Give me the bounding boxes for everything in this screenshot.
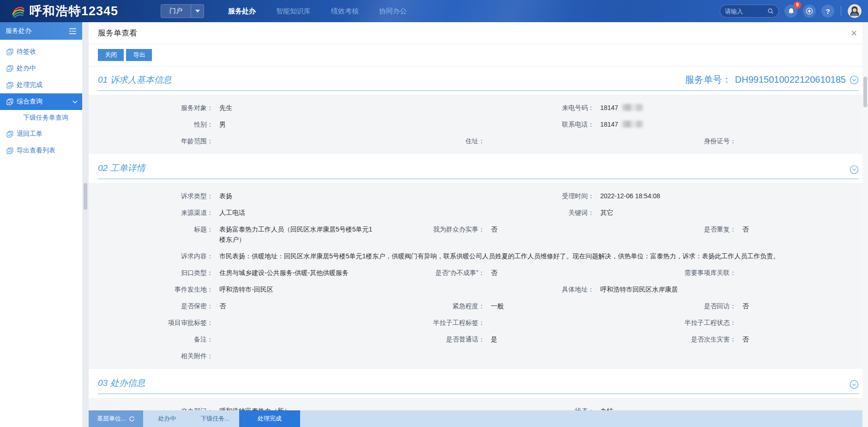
tab-in-progress[interactable]: 处办中 — [143, 410, 191, 427]
menu-fold-icon[interactable] — [69, 28, 77, 34]
field-label: 备注： — [89, 334, 213, 344]
panel-header: 服务单查看 × — [89, 22, 868, 44]
field-value: 呼和浩特市-回民区 — [213, 284, 273, 294]
global-search — [720, 5, 779, 18]
field-value: 市民表扬：供暖地址：回民区水岸康居5号楼5单元1楼东户，供暖阀门有异响，联系供暖… — [213, 251, 779, 261]
field-value: 否 — [736, 224, 749, 234]
field-label: 半拉子工程标签： — [381, 317, 485, 328]
main-panel: 服务单查看 × 关闭 导出 01 诉求人基本信息 服务单号： DH9915010… — [89, 22, 868, 427]
bell-icon — [788, 8, 795, 15]
export-button[interactable]: 导出 — [126, 49, 152, 61]
portal-dropdown[interactable]: 门户 — [161, 4, 204, 18]
field-label: 性别： — [89, 119, 213, 129]
topbar-right-cluster: 9 ? — [720, 4, 862, 18]
navigation-button[interactable] — [803, 5, 816, 18]
doc-copy-icon — [6, 49, 13, 55]
collapse-circle-chevron-icon[interactable] — [850, 75, 859, 85]
section-01-requester-info: 01 诉求人基本信息 服务单号： DH9915010022120610185 服… — [89, 67, 868, 154]
chevron-down-icon — [72, 100, 78, 104]
field-value: 否 — [213, 301, 226, 311]
app-window: 呼和浩特12345 门户 服务处办 智能知识库 绩效考核 协同办公 — [0, 0, 868, 427]
field-value: 否 — [736, 301, 749, 311]
main-scrollbar-track[interactable] — [862, 22, 868, 427]
field-value: 先生 — [213, 103, 232, 113]
doc-copy-icon — [6, 131, 13, 138]
collapse-circle-chevron-icon[interactable] — [850, 165, 859, 174]
field-row: 性别：男 联系电话：18147 — [89, 116, 868, 133]
portal-caret-button[interactable] — [191, 5, 204, 18]
topbar-divider — [841, 6, 841, 16]
search-icon[interactable] — [767, 8, 774, 14]
field-label: 来源渠道： — [89, 207, 213, 218]
tab-service-handling[interactable]: 服务处办 — [228, 7, 256, 16]
tab-collaboration[interactable]: 协同办公 — [379, 7, 407, 16]
field-label: 需要事项库关联： — [607, 268, 736, 278]
collapse-circle-chevron-icon[interactable] — [850, 380, 859, 389]
field-value: 人工电话 — [213, 207, 245, 218]
refresh-icon[interactable] — [129, 416, 135, 422]
field-value: 一般 — [485, 301, 504, 311]
doc-copy-icon — [6, 82, 13, 89]
sidebar-scrollbar-track[interactable] — [82, 22, 89, 427]
field-row: 来源渠道：人工电话 关键词：其它 — [89, 204, 868, 221]
doc-copy-icon — [6, 98, 13, 105]
field-row: 事件发生地：呼和浩特市-回民区 具体地址：呼和浩特市回民区水岸康居 — [89, 281, 868, 298]
user-avatar[interactable] — [848, 4, 862, 18]
sidebar-item-label: 处理完成 — [17, 81, 42, 89]
section-03-header: 03 处办信息 — [98, 371, 859, 394]
portal-label: 门户 — [161, 7, 191, 15]
sidebar-scrollbar-thumb[interactable] — [84, 183, 87, 210]
field-label: 是否普通话： — [381, 334, 485, 344]
field-row: 诉求内容：市民表扬：供暖地址：回民区水岸康居5号楼5单元1楼东户，供暖阀门有异响… — [89, 248, 868, 264]
section-title: 03 处办信息 — [98, 377, 145, 389]
field-value: 表扬富泰热力工作人员（回民区水岸康居5号楼5单元1楼东户） — [213, 224, 373, 244]
sidebar-item-returned-orders[interactable]: 退回工单 — [0, 126, 82, 142]
field-row: 是否保密：否 紧急程度：一般 是否回访：否 — [89, 298, 868, 314]
sidebar-title: 服务处办 — [6, 27, 69, 35]
top-nav-links: 服务处办 智能知识库 绩效考核 协同办公 — [228, 7, 407, 16]
field-row: 年龄范围： 住址： 身份证号： — [89, 133, 868, 149]
field-row: 标题：表扬富泰热力工作人员（回民区水岸康居5号楼5单元1楼东户） 我为群众办实事… — [89, 221, 868, 248]
app-logo: 呼和浩特12345 — [11, 3, 118, 19]
field-row: 服务对象：先生 来电号码：18147 — [89, 99, 868, 116]
sidebar-item-pending-sign[interactable]: 待签收 — [0, 43, 82, 60]
redacted-phone-blur — [622, 121, 643, 128]
notifications-button[interactable]: 9 — [784, 5, 797, 18]
compass-icon — [806, 7, 813, 15]
logo-emblem-icon — [11, 4, 25, 18]
tab-performance[interactable]: 绩效考核 — [331, 7, 359, 16]
sidebar-item-comprehensive-query[interactable]: 综合查询 — [0, 93, 82, 110]
sidebar-item-export-view-list[interactable]: 导出查看列表 — [0, 142, 82, 159]
field-label: 诉求内容： — [89, 251, 213, 261]
field-label: 受理时间： — [451, 191, 594, 201]
section-02-body: 诉求类型：表扬 受理时间：2022-12-06 18:54:08 来源渠道：人工… — [89, 183, 868, 369]
tab-base-unit[interactable]: 基层单位... — [89, 410, 143, 427]
question-icon: ? — [826, 7, 830, 15]
field-value: 其它 — [594, 207, 613, 218]
field-label: 是否“办不成事”： — [381, 268, 485, 278]
sidebar-item-completed[interactable]: 处理完成 — [0, 77, 82, 93]
tab-process-completed[interactable]: 处理完成 — [239, 410, 300, 427]
field-label: 项目审批标签： — [89, 317, 213, 328]
field-value: 否 — [736, 334, 749, 344]
sidebar-subitem-subordinate-task-query[interactable]: 下级任务单查询 — [0, 110, 82, 126]
close-icon[interactable]: × — [849, 28, 859, 38]
field-label: 服务对象： — [89, 103, 213, 113]
page-title: 服务单查看 — [98, 28, 137, 38]
field-value: 2022-12-06 18:54:08 — [594, 191, 660, 201]
close-button[interactable]: 关闭 — [98, 49, 124, 61]
field-value: 18147 — [594, 103, 618, 113]
field-label: 紧急程度： — [381, 301, 485, 311]
field-value: 否 — [485, 224, 497, 234]
tab-knowledge-base[interactable]: 智能知识库 — [276, 7, 311, 16]
sidebar-item-in-progress[interactable]: 处办中 — [0, 60, 82, 77]
logo-text: 呼和浩特12345 — [30, 3, 118, 19]
tab-subordinate-task[interactable]: 下级任务... — [191, 410, 239, 427]
field-label: 来电号码： — [451, 103, 594, 113]
main-scrollbar-thumb[interactable] — [863, 77, 867, 107]
help-button[interactable]: ? — [821, 5, 834, 18]
search-input[interactable] — [725, 8, 767, 15]
service-no-value: DH9915010022120610185 — [735, 74, 846, 85]
field-value: 是 — [485, 334, 497, 344]
form-content: 01 诉求人基本信息 服务单号： DH9915010022120610185 服… — [89, 67, 868, 427]
